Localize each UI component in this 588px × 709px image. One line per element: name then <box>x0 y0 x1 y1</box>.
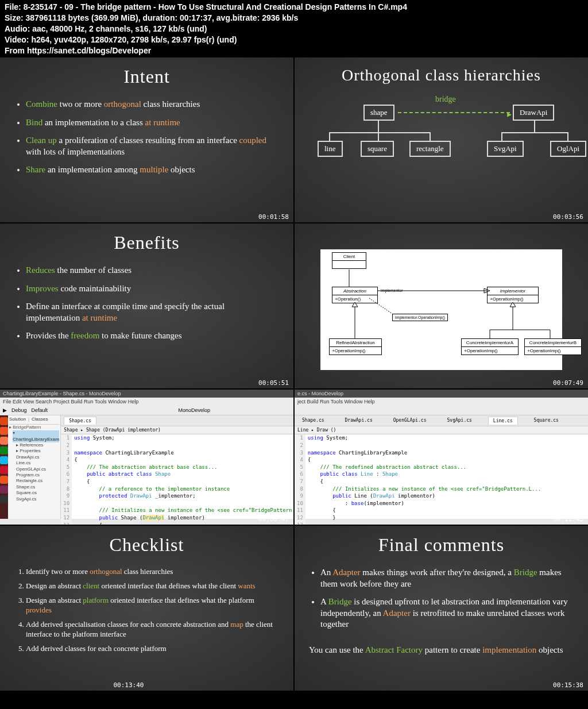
list-item: Define an interface at compile time and … <box>26 301 279 323</box>
slide-uml: Client Abstraction+Operation() RefinedAb… <box>295 224 588 388</box>
timestamp: 00:01:58 <box>258 213 289 221</box>
media-info-header: File: 8-235147 - 09 - The bridge pattern… <box>0 0 588 57</box>
from-line: From https://sanet.cd/blogs/Developer <box>5 45 583 56</box>
uml-note: implementor.OperationImp() <box>392 314 448 321</box>
file-line: File: 8-235147 - 09 - The bridge pattern… <box>5 2 583 13</box>
slide-orthogonal: Orthogonal class hierarchies bridge ▸ sh… <box>295 57 588 222</box>
uml-concrete-a: ConcreteImplementorA+OperationImp() <box>461 338 519 355</box>
box-rectangle: rectangle <box>409 141 451 157</box>
slide-benefits: Benefits Reduces the number of classes I… <box>0 224 293 388</box>
ide-menubar: File Edit View Search Project Build Run … <box>0 398 293 406</box>
slide-checklist: Checklist Identify two or more orthogona… <box>0 526 293 691</box>
list-item: Add derived classes for each concrete pl… <box>26 644 279 654</box>
code-content: using System; namespace ChartingLibraryE… <box>305 434 543 525</box>
bridge-label: bridge <box>435 95 456 104</box>
box-svgapi: SvgApi <box>487 141 524 157</box>
size-line: Size: 387961118 bytes (369.99 MiB), dura… <box>5 13 583 24</box>
list-item: Clean up a proliferation of classes resu… <box>26 135 279 157</box>
ide-toolbar: ▶DebugDefaultMonoDevelop <box>0 406 293 415</box>
benefits-list: Reduces the number of classes Improves c… <box>26 265 279 342</box>
slide-title: Orthogonal class hierarchies <box>309 66 574 84</box>
bridge-arrow <box>398 112 510 113</box>
timestamp: 00:13:40 <box>114 681 144 689</box>
ide-line: e.cs - MonoDevelop ject Build Run Tools … <box>295 390 588 525</box>
solution-explorer: Solution|Classes ▸ BridgePattern ▾ Chart… <box>8 415 61 519</box>
ide-toolbar <box>295 406 588 415</box>
list-item: A Bridge is designed upfront to let abst… <box>320 596 574 630</box>
timestamp: 00:03:56 <box>553 213 583 221</box>
uml-diagram: Client Abstraction+Operation() RefinedAb… <box>320 249 562 370</box>
box-oglapi: OglApi <box>550 141 586 157</box>
list-item: An Adapter makes things work after they'… <box>320 567 574 589</box>
timestamp: 00:09:47 <box>258 515 289 523</box>
uml-client: Client <box>332 252 366 269</box>
timestamp: 00:05:51 <box>258 379 289 387</box>
box-line: line <box>318 141 343 157</box>
box-shape: shape <box>363 105 394 121</box>
list-item: Design an abstract platform oriented int… <box>26 596 279 615</box>
uml-abstraction: Abstraction+Operation() <box>332 287 378 303</box>
audio-line: Audio: aac, 48000 Hz, 2 channels, s16, 1… <box>5 24 583 34</box>
slide-title: Final comments <box>309 534 574 556</box>
list-item: Bind an implementation to a class at run… <box>26 117 279 129</box>
uml-impl-label: implementor <box>381 288 403 292</box>
list-item: Identify two or more orthogonal class hi… <box>26 567 279 577</box>
list-item: Combine two or more orthogonal class hie… <box>26 99 279 110</box>
list-item: Add derived specialisation classes for e… <box>26 620 279 639</box>
checklist: Identify two or more orthogonal class hi… <box>26 567 279 653</box>
uml-concrete-b: ConcreteImplementorB+OperationImp() <box>524 338 582 355</box>
ide-titlebar: e.cs - MonoDevelop <box>295 390 588 398</box>
final-list: An Adapter makes things work after they'… <box>320 567 574 630</box>
intent-list: Combine two or more orthogonal class hie… <box>26 99 279 176</box>
ubuntu-launcher <box>0 415 8 519</box>
list-item: Design an abstract client oriented inter… <box>26 581 279 591</box>
list-item: Provides the freedom to make future chan… <box>26 330 279 342</box>
ide-shape: ChartingLibraryExample - Shape.cs - Mono… <box>0 390 293 525</box>
uml-refined: RefinedAbstraction+OperationImp() <box>329 338 382 355</box>
list-item: Share an implementation among multiple o… <box>26 164 279 176</box>
timestamp: 00:11:43 <box>553 515 583 523</box>
thumbnail-grid: Intent Combine two or more orthogonal cl… <box>0 57 588 691</box>
slide-final: Final comments An Adapter makes things w… <box>295 526 588 691</box>
code-editor: Shape.cs Shape ▸ Shape (DrawApi implemen… <box>61 415 293 519</box>
ide-titlebar: ChartingLibraryExample - Shape.cs - Mono… <box>0 390 293 398</box>
slide-intent: Intent Combine two or more orthogonal cl… <box>0 57 293 222</box>
slide-title: Benefits <box>14 232 279 253</box>
hierarchy-diagram: bridge ▸ shape DrawApi line square recta… <box>309 96 574 199</box>
timestamp: 00:15:38 <box>553 681 583 689</box>
slide-title: Checklist <box>14 534 279 556</box>
uml-implementor: Implementor+OperationImp() <box>487 287 539 303</box>
box-square: square <box>361 141 394 157</box>
video-line: Video: h264, yuv420p, 1280x720, 2798 kb/… <box>5 34 583 45</box>
list-item: Reduces the number of classes <box>26 265 279 276</box>
timestamp: 00:07:49 <box>553 379 583 387</box>
code-content: using System; namespace ChartingLibraryE… <box>72 434 293 525</box>
footer-note: You can use the Abstract Factory pattern… <box>309 645 574 656</box>
list-item: Improves code maintainability <box>26 283 279 295</box>
code-editor: Shape.csDrawApi.csOpenGLApi.csSvgApi.csL… <box>295 415 588 519</box>
ide-menubar: ject Build Run Tools Window Help <box>295 398 588 406</box>
slide-title: Intent <box>14 66 279 87</box>
box-drawapi: DrawApi <box>513 105 554 121</box>
